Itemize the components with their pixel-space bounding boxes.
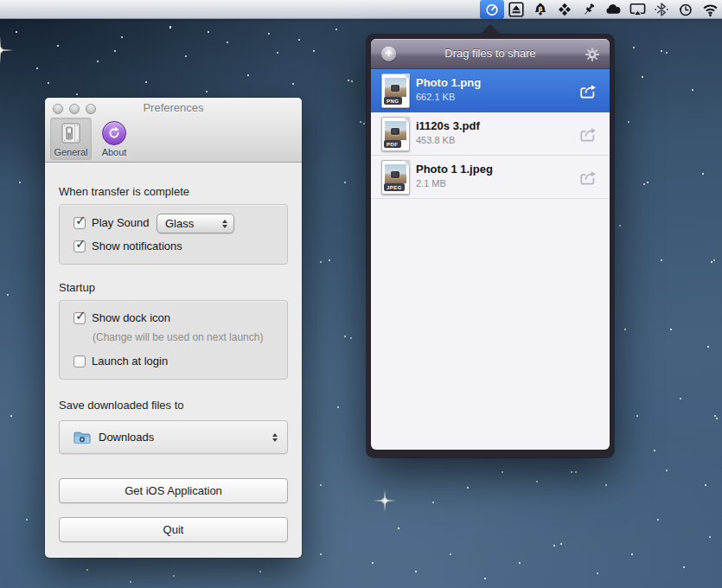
launch-at-login-label: Launch at login (92, 355, 168, 368)
share-icon[interactable] (579, 83, 598, 99)
show-dock-icon-checkbox[interactable] (73, 312, 86, 324)
preferences-toolbar: General About (50, 118, 135, 160)
window-title: Preferences (45, 101, 302, 114)
bluetooth-icon[interactable] (649, 0, 674, 19)
popover-title: Drag files to share (371, 47, 610, 60)
preferences-titlebar: Preferences General (45, 98, 302, 163)
sound-select-value: Glass (157, 217, 219, 230)
download-folder-stepper-icon (272, 433, 287, 442)
tab-about[interactable]: About (93, 118, 135, 160)
share-icon[interactable] (579, 126, 598, 142)
menu-bar: β (0, 0, 722, 19)
show-notifications-label: Show notifications (92, 240, 182, 252)
app-transfer-icon[interactable] (480, 0, 504, 19)
airplay-icon[interactable] (625, 0, 649, 19)
dropbox-icon[interactable] (553, 0, 577, 19)
tab-general-label: General (54, 147, 87, 157)
quit-button[interactable]: Quit (59, 517, 288, 542)
about-icon (101, 120, 127, 146)
eject-box-icon[interactable] (504, 0, 528, 19)
file-type-icon: PDF (381, 117, 410, 151)
dock-icon-note: (Change will be used on next launch) (93, 331, 263, 343)
play-sound-label: Play Sound (92, 216, 150, 229)
svg-text:β: β (538, 6, 542, 13)
file-type-icon: JPEG (381, 160, 410, 195)
play-sound-checkbox[interactable] (73, 217, 86, 229)
play-sound-row: Play Sound (73, 216, 150, 229)
file-badge: JPEG (384, 183, 405, 191)
transfer-groupbox: Play Sound Glass Show notifications (59, 204, 288, 265)
file-row[interactable]: JPEG Photo 1 1.jpeg 2.1 MB (371, 156, 610, 199)
startup-groupbox: Show dock icon (Change will be used on n… (59, 300, 288, 380)
file-type-icon: PNG (381, 74, 410, 108)
file-row[interactable]: PDF i1120s 3.pdf 453.8 KB (371, 112, 610, 156)
sound-select[interactable]: Glass (157, 214, 234, 233)
show-dock-icon-row: Show dock icon (73, 311, 170, 324)
popover-arrow (479, 24, 502, 35)
show-notifications-checkbox[interactable] (73, 240, 86, 252)
file-name: i1120s 3.pdf (416, 119, 480, 132)
bright-star-left (0, 36, 14, 64)
download-folder-select[interactable]: Downloads (59, 420, 288, 454)
time-machine-icon[interactable] (674, 0, 698, 19)
share-icon[interactable] (579, 169, 598, 185)
get-ios-application-button[interactable]: Get iOS Application (59, 478, 288, 503)
cloud-icon[interactable] (601, 0, 625, 19)
save-section-heading: Save downloaded files to (59, 399, 184, 412)
pin-icon[interactable] (577, 0, 601, 19)
general-switch-icon (58, 120, 84, 146)
download-folder-value: Downloads (99, 431, 272, 444)
file-badge: PNG (384, 97, 402, 105)
file-size: 453.8 KB (416, 135, 455, 145)
launch-at-login-row: Launch at login (73, 355, 168, 368)
file-badge: PDF (384, 140, 401, 148)
startup-section-heading: Startup (59, 281, 95, 294)
bell-beta-icon[interactable]: β (528, 0, 553, 19)
launch-at-login-checkbox[interactable] (73, 355, 86, 368)
tab-general[interactable]: General (50, 118, 92, 160)
tab-about-label: About (102, 147, 127, 157)
wifi-icon[interactable] (698, 0, 722, 19)
downloads-folder-icon (73, 431, 91, 444)
popover-header: + Drag files to share (371, 39, 610, 69)
file-name: Photo 1 1.jpeg (416, 163, 493, 176)
file-name: Photo 1.png (416, 76, 481, 89)
preferences-window: Preferences General (45, 98, 302, 558)
file-size: 662.1 KB (416, 92, 455, 102)
transfer-section-heading: When transfer is complete (59, 185, 189, 198)
sound-select-stepper-icon (219, 220, 233, 228)
file-row[interactable]: PNG Photo 1.png 662.1 KB (371, 69, 610, 112)
show-notifications-row: Show notifications (73, 240, 182, 252)
bright-star-bottom (374, 489, 396, 512)
file-size: 2.1 MB (416, 178, 446, 189)
share-popover: + Drag files to share (367, 35, 614, 457)
show-dock-icon-label: Show dock icon (92, 311, 170, 324)
gear-icon[interactable] (585, 47, 600, 62)
